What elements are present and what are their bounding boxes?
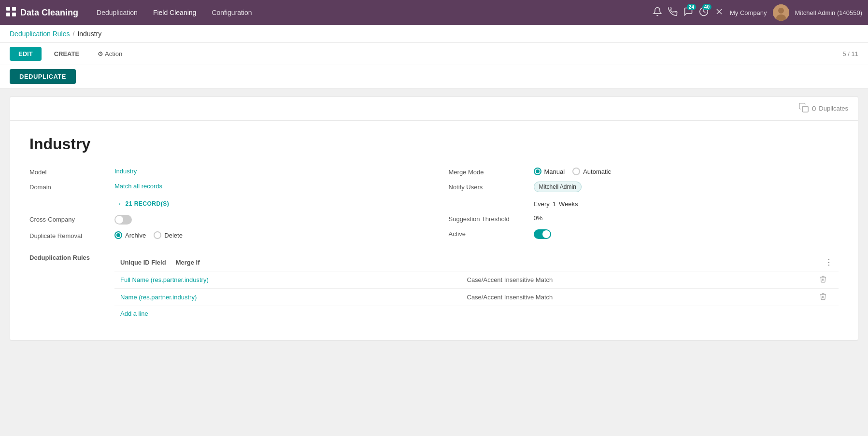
chat-badge: 24 <box>687 4 696 10</box>
deduplicate-bar: DEDUPLICATE <box>0 65 868 88</box>
radio-automatic-circle <box>572 168 580 175</box>
topnav-right-actions: 24 40 My Company Mitchell Admin (140550) <box>653 4 862 21</box>
radio-automatic-label: Automatic <box>583 168 611 175</box>
rule-1-delete-icon[interactable] <box>813 293 833 302</box>
copy-icon <box>798 102 809 114</box>
rule-1-unique[interactable]: Name (res.partner.industry) <box>120 294 467 301</box>
domain-field: Domain Match all records <box>29 183 420 191</box>
svg-point-8 <box>778 8 784 14</box>
notify-user-tag[interactable]: Mitchell Admin <box>534 182 582 192</box>
frequency-row: Every 1 Weeks <box>534 197 578 208</box>
action-menu[interactable]: ⚙ Action <box>98 50 122 57</box>
username-display: Mitchell Admin (140550) <box>795 9 862 16</box>
record-title: Industry <box>29 135 839 153</box>
record-counter: 5 / 11 <box>842 50 858 57</box>
svg-rect-10 <box>802 106 808 112</box>
clock-icon[interactable]: 40 <box>699 7 709 19</box>
app-logo[interactable]: Data Cleaning <box>6 6 78 19</box>
active-field: Active ✓ <box>449 229 839 239</box>
radio-automatic[interactable]: Automatic <box>572 168 611 175</box>
merge-mode-label: Merge Mode <box>449 168 526 176</box>
breadcrumb-current: Industry <box>77 30 101 38</box>
action-bar: EDIT CREATE ⚙ Action 5 / 11 <box>0 43 868 65</box>
duplicates-count: 0 <box>812 104 816 113</box>
cross-company-toggle[interactable]: ✕ <box>114 215 132 225</box>
records-count: 21 RECORD(S) <box>126 200 170 207</box>
model-label: Model <box>29 168 107 176</box>
nav-field-cleaning[interactable]: Field Cleaning <box>146 6 203 19</box>
table-menu-icon[interactable]: ⋮ <box>825 258 833 267</box>
duplicates-label: Duplicates <box>819 105 848 112</box>
radio-manual-circle <box>534 168 541 175</box>
record-form: Industry Model Industry Domain Match all… <box>10 121 858 340</box>
chat-icon[interactable]: 24 <box>683 7 693 19</box>
radio-archive[interactable]: Archive <box>114 231 146 239</box>
svg-rect-2 <box>6 13 10 16</box>
form-right-column: Merge Mode Manual Automatic <box>449 168 839 239</box>
create-button[interactable]: CREATE <box>45 47 88 61</box>
duplicates-count-area[interactable]: 0 Duplicates <box>798 102 848 114</box>
radio-archive-circle <box>114 231 122 239</box>
duplicate-removal-label: Duplicate Removal <box>29 231 107 239</box>
duplicates-header: 0 Duplicates <box>10 97 858 121</box>
suggestion-threshold-label: Suggestion Threshold <box>449 214 526 223</box>
suggestion-threshold-field: Suggestion Threshold 0% <box>449 214 839 223</box>
add-line-button[interactable]: Add a line <box>114 306 839 321</box>
model-field: Model Industry <box>29 168 420 176</box>
radio-manual-label: Manual <box>544 168 565 175</box>
edit-button[interactable]: EDIT <box>10 47 42 61</box>
domain-label: Domain <box>29 183 107 191</box>
svg-rect-3 <box>12 13 16 16</box>
grid-icon <box>6 6 16 19</box>
radio-delete-circle <box>154 231 161 239</box>
frequency-unit: Weeks <box>559 200 578 208</box>
frequency-label-placeholder <box>449 197 526 198</box>
cross-company-field: Cross-Company ✕ <box>29 215 420 225</box>
merge-mode-field: Merge Mode Manual Automatic <box>449 168 839 176</box>
records-link[interactable]: → 21 RECORD(S) <box>114 199 420 208</box>
rule-0-delete-icon[interactable] <box>813 275 833 284</box>
record-card: 0 Duplicates Industry Model Industry D <box>10 96 858 341</box>
active-toggle[interactable]: ✓ <box>534 229 551 239</box>
phone-icon[interactable] <box>668 7 678 19</box>
radio-archive-label: Archive <box>125 232 146 239</box>
company-name[interactable]: My Company <box>730 9 767 16</box>
radio-delete-label: Delete <box>164 232 183 239</box>
notify-users-label: Notify Users <box>449 183 526 191</box>
notify-users-field: Notify Users Mitchell Admin <box>449 183 839 191</box>
breadcrumb: Deduplication Rules / Industry <box>0 25 868 43</box>
rule-0-unique[interactable]: Full Name (res.partner.industry) <box>120 276 467 283</box>
notify-users-tags: Mitchell Admin <box>534 183 582 190</box>
nav-deduplication[interactable]: Deduplication <box>90 6 144 19</box>
notification-bell-icon[interactable] <box>653 7 662 19</box>
top-navigation: Data Cleaning Deduplication Field Cleani… <box>0 0 868 25</box>
model-value[interactable]: Industry <box>114 168 137 175</box>
form-grid: Model Industry Domain Match all records … <box>29 168 839 239</box>
svg-rect-1 <box>12 7 16 11</box>
radio-delete[interactable]: Delete <box>154 231 183 239</box>
toggle-check-icon: ✓ <box>545 231 549 238</box>
col-merge-header: Merge If <box>176 259 825 266</box>
breadcrumb-parent[interactable]: Deduplication Rules <box>10 30 70 38</box>
rules-table: Unique ID Field Merge If ⋮ Full Name (re… <box>114 254 839 321</box>
rule-row-1[interactable]: Name (res.partner.industry) Case/Accent … <box>114 289 839 306</box>
dedup-rules-section: Deduplication Rules Unique ID Field Merg… <box>29 254 839 321</box>
main-content: 0 Duplicates Industry Model Industry D <box>0 88 868 354</box>
col-unique-header: Unique ID Field <box>120 259 166 266</box>
close-icon[interactable] <box>714 7 724 19</box>
cross-company-label: Cross-Company <box>29 215 107 223</box>
merge-mode-radio-group: Manual Automatic <box>534 168 611 175</box>
radio-manual[interactable]: Manual <box>534 168 565 175</box>
top-menu: Deduplication Field Cleaning Configurati… <box>90 6 649 19</box>
domain-value[interactable]: Match all records <box>114 183 162 190</box>
nav-configuration[interactable]: Configuration <box>205 6 258 19</box>
active-label: Active <box>449 229 526 238</box>
deduplicate-button[interactable]: DEDUPLICATE <box>10 69 76 84</box>
rule-row-0[interactable]: Full Name (res.partner.industry) Case/Ac… <box>114 271 839 289</box>
suggestion-threshold-value: 0% <box>534 214 543 222</box>
app-title: Data Cleaning <box>20 8 78 18</box>
avatar[interactable] <box>773 4 789 21</box>
dedup-rules-label: Deduplication Rules <box>29 254 107 261</box>
toggle-x-icon: ✕ <box>118 217 122 223</box>
rules-table-header: Unique ID Field Merge If ⋮ <box>114 254 839 271</box>
